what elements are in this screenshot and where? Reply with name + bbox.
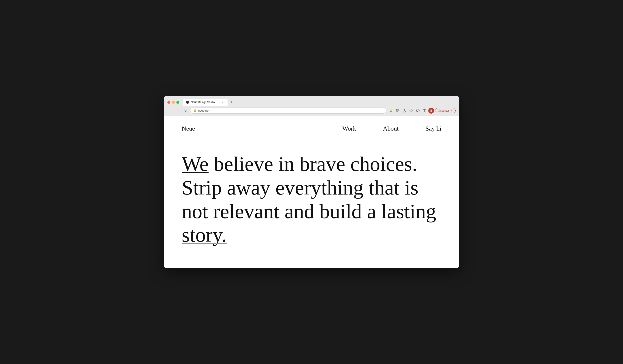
lock-icon: 🔒 (194, 109, 197, 112)
minimize-button[interactable] (172, 101, 175, 104)
update-dots: ⋮ (450, 109, 453, 112)
tab-expand-button[interactable]: ⌄ (452, 101, 456, 106)
website-content: Neue Work About Say hi We believe in bra… (164, 116, 459, 268)
google-icon[interactable]: G (388, 108, 394, 114)
site-nav: Neue Work About Say hi (164, 116, 459, 139)
update-button[interactable]: Oppdater ⋮ (435, 108, 456, 113)
forward-button[interactable]: → (175, 108, 181, 114)
nav-work[interactable]: Work (342, 125, 356, 132)
back-button[interactable]: ← (167, 108, 173, 114)
tab-favicon (186, 101, 189, 104)
extensions-icon[interactable] (415, 108, 421, 114)
nav-say-hi[interactable]: Say hi (425, 125, 441, 132)
nav-links: Work About Say hi (342, 125, 441, 132)
svg-rect-3 (398, 111, 399, 112)
lens-icon[interactable] (395, 108, 400, 114)
hero-word-we: We (182, 152, 209, 175)
address-bar[interactable]: 🔒 neue.no (190, 108, 386, 114)
maximize-button[interactable] (176, 101, 179, 104)
site-logo[interactable]: Neue (182, 125, 195, 132)
svg-marker-5 (409, 109, 412, 112)
url-display: neue.no (198, 109, 209, 112)
tab-close-button[interactable]: × (221, 101, 224, 104)
traffic-lights (167, 101, 179, 104)
update-label: Oppdater (438, 109, 449, 112)
share-icon[interactable] (401, 108, 407, 114)
split-view-icon[interactable] (422, 108, 427, 114)
active-tab[interactable]: Neue Design Studio × (183, 99, 228, 106)
toolbar-icons: G E Oppdater (388, 108, 456, 114)
browser-titlebar: Neue Design Studio × + ⌄ (164, 96, 459, 106)
bookmark-icon[interactable] (408, 108, 414, 114)
hero-text: We believe in brave choices. Strip away … (182, 152, 441, 247)
close-button[interactable] (167, 101, 170, 104)
browser-chrome: Neue Design Studio × + ⌄ ← → ↻ 🔒 neue.no… (164, 96, 459, 116)
hero-word-story: story. (182, 223, 227, 246)
svg-rect-1 (398, 109, 399, 110)
profile-button[interactable]: E (428, 108, 434, 114)
svg-rect-0 (396, 109, 398, 110)
nav-about[interactable]: About (383, 125, 399, 132)
hero-text-middle: believe in brave choices. Strip away eve… (182, 152, 436, 223)
browser-toolbar: ← → ↻ 🔒 neue.no G (164, 106, 459, 116)
hero-section: We believe in brave choices. Strip away … (164, 139, 459, 265)
browser-window: Neue Design Studio × + ⌄ ← → ↻ 🔒 neue.no… (164, 96, 459, 268)
tab-bar: Neue Design Studio × + ⌄ (183, 99, 456, 106)
reload-button[interactable]: ↻ (183, 108, 188, 114)
new-tab-button[interactable]: + (228, 99, 235, 105)
svg-rect-2 (396, 111, 398, 112)
google-letter: G (390, 109, 392, 112)
tab-title: Neue Design Studio (191, 101, 219, 104)
